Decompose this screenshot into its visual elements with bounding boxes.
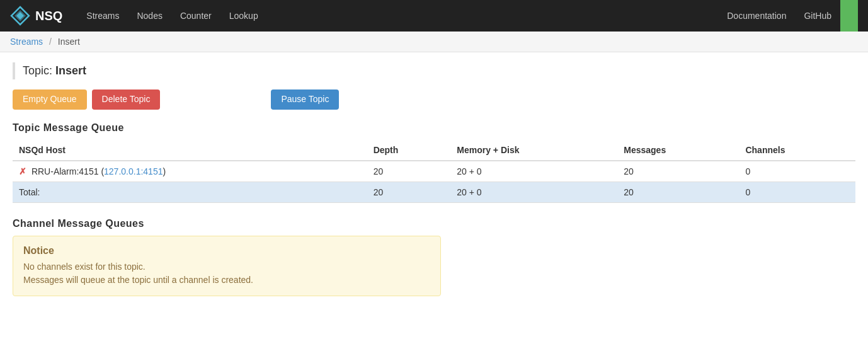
notice-box: Notice No channels exist for this topic.… — [13, 236, 441, 296]
table-row: ✗ RRU-Alarm:4151 (127.0.0.1:4151) 20 20 … — [13, 161, 855, 182]
error-icon: ✗ — [19, 166, 26, 176]
breadcrumb-parent-link[interactable]: Streams — [10, 37, 43, 47]
nav-link-counter[interactable]: Counter — [171, 1, 220, 30]
action-buttons: Empty Queue Delete Topic Pause Topic — [13, 89, 855, 110]
notice-line1: No channels exist for this topic. — [23, 262, 146, 272]
total-label: Total: — [13, 182, 367, 202]
breadcrumb: Streams / Insert — [0, 32, 868, 52]
memory-disk-cell: 20 + 0 — [450, 161, 617, 182]
col-channels: Channels — [739, 140, 855, 161]
nav-link-lookup[interactable]: Lookup — [220, 1, 267, 30]
host-link-close-paren: ) — [163, 166, 166, 176]
empty-queue-button[interactable]: Empty Queue — [13, 89, 87, 110]
navbar-right: Documentation GitHub — [718, 0, 858, 32]
topic-prefix: Topic: — [23, 64, 52, 77]
col-depth: Depth — [367, 140, 451, 161]
navbar: NSQ Streams Nodes Counter Lookup Documen… — [0, 0, 868, 32]
breadcrumb-current: Insert — [58, 37, 80, 47]
nav-link-streams[interactable]: Streams — [77, 1, 128, 30]
topic-queue-section-header: Topic Message Queue — [13, 122, 855, 134]
topic-title: Topic: Insert — [13, 62, 855, 79]
messages-cell: 20 — [617, 161, 739, 182]
host-cell: ✗ RRU-Alarm:4151 (127.0.0.1:4151) — [13, 161, 367, 182]
table-header-row: NSQd Host Depth Memory + Disk Messages C… — [13, 140, 855, 161]
nav-link-nodes[interactable]: Nodes — [128, 1, 171, 30]
total-memory-disk: 20 + 0 — [450, 182, 617, 202]
navbar-links: Streams Nodes Counter Lookup — [77, 1, 718, 30]
nav-documentation-link[interactable]: Documentation — [718, 1, 795, 30]
total-channels: 0 — [739, 182, 855, 202]
navbar-brand-text: NSQ — [35, 9, 62, 23]
total-messages: 20 — [617, 182, 739, 202]
nav-github-link[interactable]: GitHub — [795, 1, 840, 30]
pause-topic-button[interactable]: Pause Topic — [271, 89, 339, 110]
notice-title: Notice — [23, 245, 430, 257]
topic-queue-table: NSQd Host Depth Memory + Disk Messages C… — [13, 140, 855, 203]
col-host: NSQd Host — [13, 140, 367, 161]
notice-text: No channels exist for this topic. Messag… — [23, 260, 430, 287]
total-row: Total: 20 20 + 0 20 0 — [13, 182, 855, 202]
host-ip-link[interactable]: 127.0.0.1:4151 — [104, 166, 163, 176]
breadcrumb-separator: / — [49, 37, 52, 47]
navbar-green-button[interactable] — [840, 0, 858, 32]
delete-topic-button[interactable]: Delete Topic — [92, 89, 161, 110]
channel-queue-section-header: Channel Message Queues — [13, 218, 855, 229]
nsq-logo-icon — [10, 6, 30, 26]
total-depth: 20 — [367, 182, 451, 202]
depth-cell: 20 — [367, 161, 451, 182]
host-name: RRU-Alarm:4151 — [31, 166, 99, 176]
navbar-brand[interactable]: NSQ — [10, 6, 62, 26]
notice-line2: Messages will queue at the topic until a… — [23, 275, 253, 285]
col-messages: Messages — [617, 140, 739, 161]
main-content: Topic: Insert Empty Queue Delete Topic P… — [0, 52, 868, 306]
channels-cell: 0 — [739, 161, 855, 182]
topic-name: Insert — [55, 64, 86, 77]
col-memory-disk: Memory + Disk — [450, 140, 617, 161]
